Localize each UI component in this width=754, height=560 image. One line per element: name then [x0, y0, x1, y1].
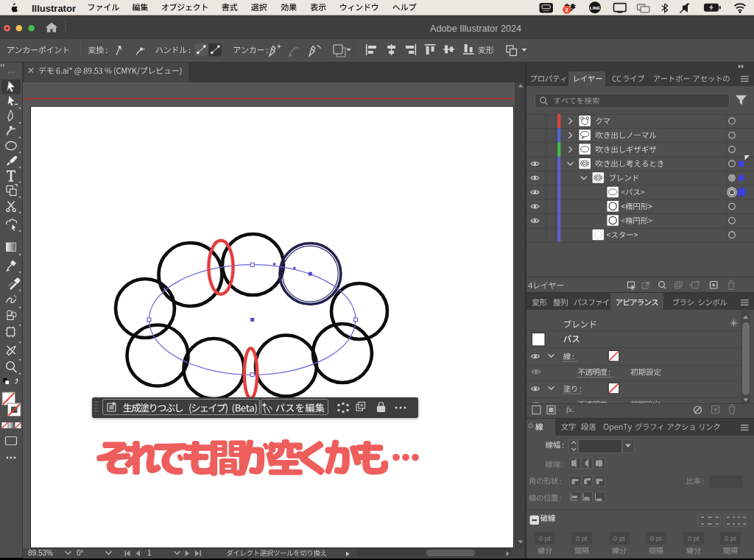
svg-text:2: 2	[566, 7, 568, 13]
svg-text:LINE: LINE	[590, 5, 600, 10]
